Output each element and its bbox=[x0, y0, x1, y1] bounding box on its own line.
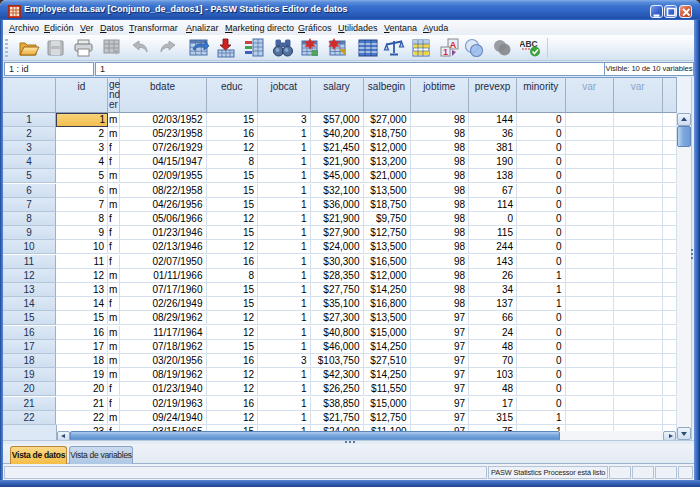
svg-text:A: A bbox=[450, 40, 457, 50]
svg-text:1: 1 bbox=[443, 47, 448, 57]
